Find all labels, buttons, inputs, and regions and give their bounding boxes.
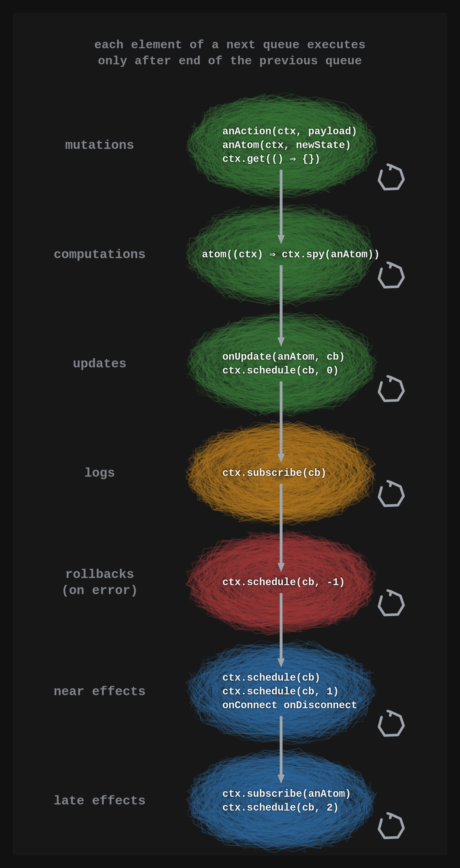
flow-arrow (277, 381, 285, 463)
loop-icon (377, 589, 405, 618)
flow-arrow (277, 484, 285, 572)
stage-code: ctx.schedule(cb, -1) (222, 576, 345, 589)
flow-arrow (277, 716, 285, 784)
loop-icon (377, 262, 405, 290)
stage-label: late effects (13, 793, 186, 809)
loop-icon (377, 710, 405, 738)
stage-near-effects: near effectsctx.schedule(cb) ctx.schedul… (13, 638, 447, 745)
stage-label: updates (13, 356, 186, 372)
loop-icon (377, 480, 405, 508)
stage-rollbacks: rollbacks (on error)ctx.schedule(cb, -1) (13, 529, 447, 636)
stage-code: anAction(ctx, payload) anAtom(ctx, newSt… (222, 125, 357, 166)
stage-code: ctx.subscribe(cb) (222, 466, 326, 480)
loop-icon (377, 375, 405, 403)
stage-logs: logsctx.subscribe(cb) (13, 420, 447, 527)
flow-arrow (277, 265, 285, 347)
svg-marker-10 (278, 338, 285, 347)
stage-code: atom((ctx) ⇒ ctx.spy(anAtom)) (202, 248, 380, 262)
diagram-frame: each element of a next queue executes on… (13, 13, 447, 855)
svg-marker-8 (278, 235, 285, 244)
stage-late-effects: late effectsctx.subscribe(anAtom) ctx.sc… (13, 747, 447, 855)
svg-marker-16 (278, 658, 285, 668)
loop-icon (377, 812, 405, 840)
loop-icon (377, 164, 405, 192)
stage-label: mutations (13, 137, 186, 154)
stage-label: logs (13, 465, 186, 482)
stage-code: ctx.schedule(cb) ctx.schedule(cb, 1) onC… (222, 671, 357, 713)
stage-label: near effects (13, 684, 186, 700)
stage-label: rollbacks (on error) (13, 567, 186, 599)
stage-code: onUpdate(anAtom, cb) ctx.schedule(cb, 0) (222, 350, 345, 378)
svg-marker-14 (278, 563, 285, 572)
stage-mutations: mutationsanAction(ctx, payload) anAtom(c… (13, 92, 447, 199)
stage-label: computations (13, 247, 186, 263)
flow-arrow (277, 593, 285, 668)
diagram-title: each element of a next queue executes on… (13, 37, 447, 69)
svg-marker-12 (278, 454, 285, 463)
stage-updates: updatesonUpdate(anAtom, cb) ctx.schedule… (13, 310, 447, 418)
flow-arrow (277, 170, 285, 244)
stage-computations: computationsatom((ctx) ⇒ ctx.spy(anAtom)… (13, 201, 447, 308)
stage-code: ctx.subscribe(anAtom) ctx.schedule(cb, 2… (222, 787, 351, 815)
svg-marker-18 (278, 775, 285, 784)
